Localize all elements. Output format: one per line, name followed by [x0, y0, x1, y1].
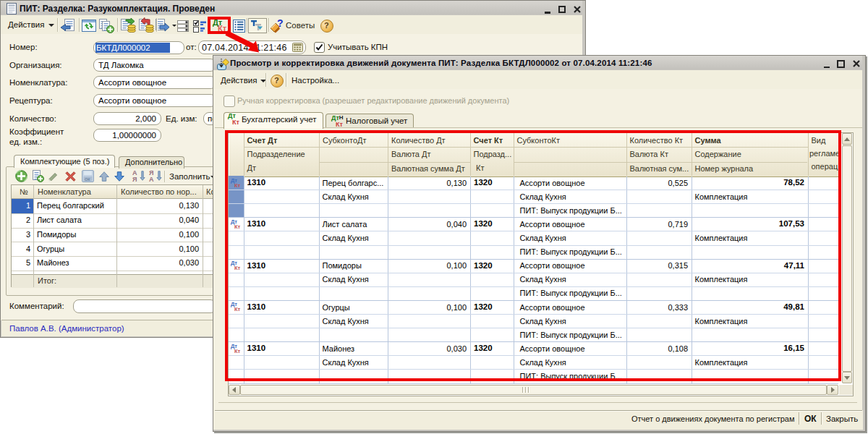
svg-text:ОК: ОК	[85, 177, 90, 182]
svg-text:?: ?	[277, 17, 284, 29]
